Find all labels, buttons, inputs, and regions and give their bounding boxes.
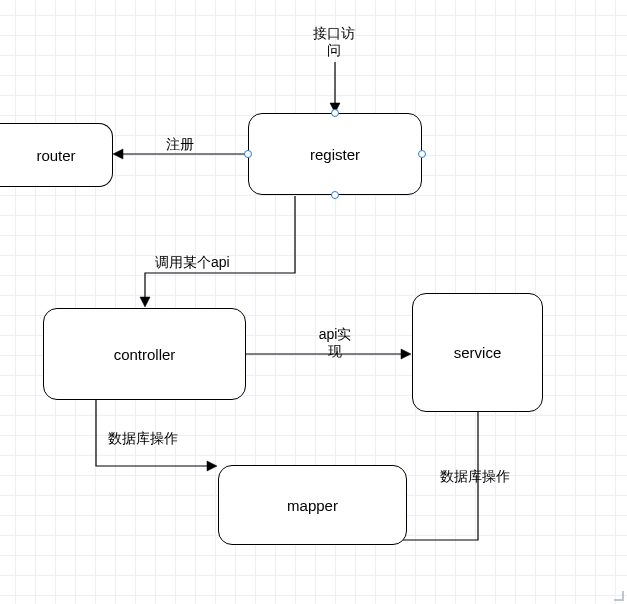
edge-label-apiimpl: api实 现 (310, 326, 360, 360)
edge-callapi (145, 196, 295, 300)
arrow-callapi (140, 297, 150, 307)
box-router[interactable]: router (0, 123, 113, 187)
edge-label-apiimpl-text: api实 现 (319, 326, 352, 359)
arrow-dbop1 (207, 461, 217, 471)
edge-label-dbop2: 数据库操作 (440, 468, 510, 485)
box-controller-label: controller (114, 346, 176, 363)
box-router-label: router (36, 147, 75, 164)
edge-label-dbop1: 数据库操作 (108, 430, 178, 447)
box-mapper[interactable]: mapper (218, 465, 407, 545)
handle-register-bottom[interactable] (331, 191, 339, 199)
resize-grip-icon (614, 591, 624, 601)
box-register-label: register (310, 146, 360, 163)
box-service[interactable]: service (412, 293, 543, 412)
diagram-canvas: 接口访 问 注册 调用某个api api实 现 数据库操作 数据库操作 rout… (0, 0, 627, 604)
edge-label-dbop1-text: 数据库操作 (108, 430, 178, 446)
edge-label-register: 注册 (166, 136, 194, 153)
box-register[interactable]: register (248, 113, 422, 195)
arrow-apiimpl (401, 349, 411, 359)
arrow-register (113, 149, 123, 159)
handle-register-top[interactable] (331, 109, 339, 117)
box-mapper-label: mapper (287, 497, 338, 514)
edge-label-register-text: 注册 (166, 136, 194, 152)
edge-label-callapi: 调用某个api (155, 254, 230, 271)
handle-register-left[interactable] (244, 150, 252, 158)
edge-label-callapi-text: 调用某个api (155, 254, 230, 270)
box-controller[interactable]: controller (43, 308, 246, 400)
edge-label-access-text: 接口访 问 (313, 25, 355, 58)
handle-register-right[interactable] (418, 150, 426, 158)
edge-label-access: 接口访 问 (309, 25, 359, 59)
edge-label-dbop2-text: 数据库操作 (440, 468, 510, 484)
box-service-label: service (454, 344, 502, 361)
